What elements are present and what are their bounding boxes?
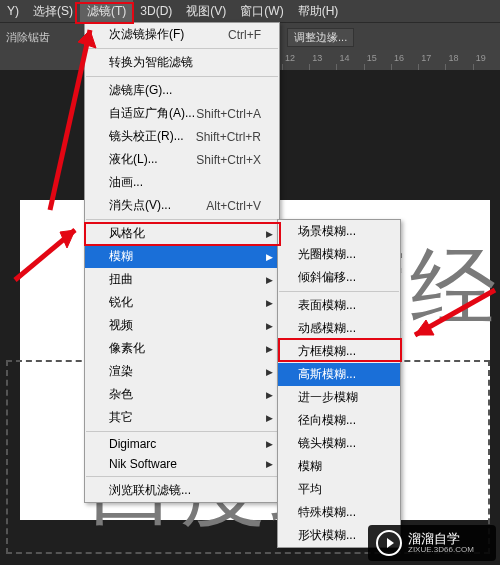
- submenu-tilt-shift[interactable]: 倾斜偏移...: [278, 266, 400, 289]
- submenu-box-blur[interactable]: 方框模糊...: [278, 340, 400, 363]
- menu-vanishing-point[interactable]: 消失点(V)... Alt+Ctrl+V: [85, 194, 279, 217]
- submenu-radial-blur[interactable]: 径向模糊...: [278, 409, 400, 432]
- menu-filter-gallery[interactable]: 滤镜库(G)...: [85, 79, 279, 102]
- submenu-smart-blur[interactable]: 特殊模糊...: [278, 501, 400, 524]
- menu-video[interactable]: 视频: [85, 314, 279, 337]
- menu-item-filter[interactable]: 滤镜(T): [80, 0, 133, 23]
- menu-blur[interactable]: 模糊: [85, 245, 279, 268]
- submenu-iris-blur[interactable]: 光圈模糊...: [278, 243, 400, 266]
- menu-nik-software[interactable]: Nik Software: [85, 454, 279, 474]
- filter-menu: 次滤镜操作(F) Ctrl+F 转换为智能滤镜 滤镜库(G)... 自适应广角(…: [84, 22, 280, 503]
- play-icon: [376, 530, 402, 556]
- watermark-subtitle: ZIXUE.3D66.COM: [408, 545, 474, 554]
- menu-adaptive-wide[interactable]: 自适应广角(A)... Shift+Ctrl+A: [85, 102, 279, 125]
- submenu-blur-more[interactable]: 进一步模糊: [278, 386, 400, 409]
- menubar: Y) 选择(S) 滤镜(T) 3D(D) 视图(V) 窗口(W) 帮助(H): [0, 0, 500, 22]
- submenu-scene-blur[interactable]: 场景模糊...: [278, 220, 400, 243]
- menu-noise[interactable]: 杂色: [85, 383, 279, 406]
- menu-browse-online-filters[interactable]: 浏览联机滤镜...: [85, 479, 279, 502]
- menu-item-3d[interactable]: 3D(D): [133, 1, 179, 21]
- menu-oil-paint[interactable]: 油画...: [85, 171, 279, 194]
- watermark: 溜溜自学 ZIXUE.3D66.COM: [368, 525, 496, 561]
- menu-digimarc[interactable]: Digimarc: [85, 434, 279, 454]
- menu-distort[interactable]: 扭曲: [85, 268, 279, 291]
- submenu-lens-blur[interactable]: 镜头模糊...: [278, 432, 400, 455]
- menu-pixelate[interactable]: 像素化: [85, 337, 279, 360]
- menu-item-window[interactable]: 窗口(W): [233, 0, 290, 23]
- menu-item-select[interactable]: 选择(S): [26, 0, 80, 23]
- menu-liquify[interactable]: 液化(L)... Shift+Ctrl+X: [85, 148, 279, 171]
- submenu-surface-blur[interactable]: 表面模糊...: [278, 294, 400, 317]
- watermark-title: 溜溜自学: [408, 532, 474, 545]
- menu-lens-correction[interactable]: 镜头校正(R)... Shift+Ctrl+R: [85, 125, 279, 148]
- submenu-blur[interactable]: 模糊: [278, 455, 400, 478]
- menu-last-filter[interactable]: 次滤镜操作(F) Ctrl+F: [85, 23, 279, 46]
- menu-item-view[interactable]: 视图(V): [179, 0, 233, 23]
- menu-sharpen[interactable]: 锐化: [85, 291, 279, 314]
- submenu-gaussian-blur[interactable]: 高斯模糊...: [278, 363, 400, 386]
- refine-edge-button[interactable]: 调整边缘...: [287, 28, 354, 47]
- antialias-label: 消除锯齿: [6, 30, 50, 45]
- submenu-average[interactable]: 平均: [278, 478, 400, 501]
- submenu-motion-blur[interactable]: 动感模糊...: [278, 317, 400, 340]
- blur-submenu: 场景模糊... 光圈模糊... 倾斜偏移... 表面模糊... 动感模糊... …: [277, 219, 401, 548]
- menu-other[interactable]: 其它: [85, 406, 279, 429]
- menu-stylize[interactable]: 风格化: [85, 222, 279, 245]
- menu-item-y[interactable]: Y): [0, 1, 26, 21]
- menu-item-help[interactable]: 帮助(H): [291, 0, 346, 23]
- menu-convert-smart[interactable]: 转换为智能滤镜: [85, 51, 279, 74]
- menu-render[interactable]: 渲染: [85, 360, 279, 383]
